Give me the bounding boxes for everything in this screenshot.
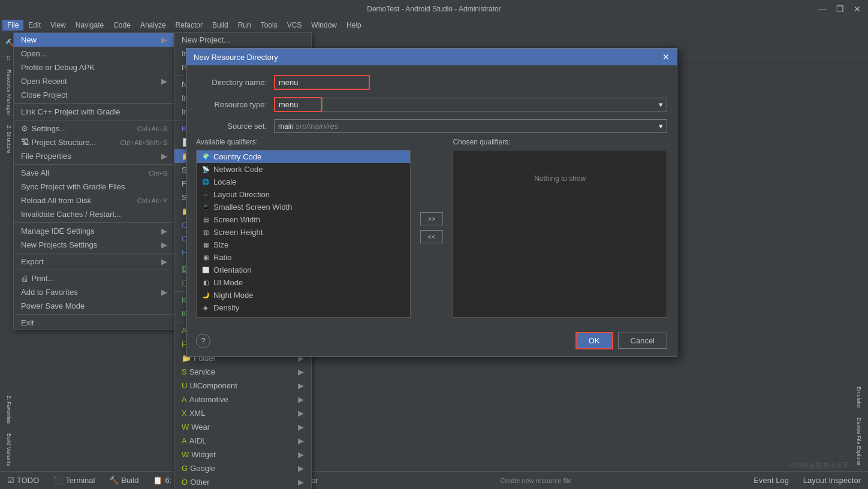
- qualifier-ui-mode[interactable]: ◧ UI Mode: [197, 276, 410, 289]
- directory-name-label: Directory name:: [196, 78, 274, 87]
- help-button[interactable]: ?: [196, 334, 210, 348]
- qualifier-size[interactable]: ▦ Size: [197, 239, 410, 251]
- cancel-button[interactable]: Cancel: [618, 333, 667, 349]
- file-menu-close-project[interactable]: Close Project: [14, 88, 174, 102]
- sidebar-item-favorites[interactable]: 2: Favorites: [6, 391, 12, 428]
- menu-item-edit[interactable]: Edit: [23, 20, 46, 31]
- file-menu-reload-disk[interactable]: Reload All from Disk Ctrl+Alt+Y: [14, 194, 174, 207]
- automotive[interactable]: A Automotive ▶: [174, 393, 311, 406]
- menu-item-analyze[interactable]: Analyze: [135, 20, 171, 31]
- file-menu-invalidate-caches[interactable]: Invalidate Caches / Restart...: [14, 207, 174, 221]
- qualifier-orientation[interactable]: ⬜ Orientation: [197, 264, 410, 276]
- xml[interactable]: X XML ▶: [174, 406, 311, 420]
- manage-ide-arrow-icon: ▶: [161, 227, 167, 236]
- file-menu-manage-ide[interactable]: Manage IDE Settings ▶: [14, 224, 174, 238]
- qualifier-screen-width[interactable]: ▤ Screen Width: [197, 213, 410, 226]
- available-qualifiers-panel: Available qualifiers: 🌍 Country Code 📡 N…: [196, 138, 411, 318]
- menu-item-code[interactable]: Code: [108, 20, 135, 31]
- other[interactable]: O Other ▶: [174, 475, 311, 489]
- bottom-tab-event-log[interactable]: Event Log: [751, 475, 791, 486]
- qualifier-night-mode[interactable]: 🌙 Night Mode: [197, 289, 410, 301]
- menu-item-help[interactable]: Help: [342, 20, 366, 31]
- file-menu-open-recent[interactable]: Open Recent ▶: [14, 74, 174, 88]
- qualifier-density[interactable]: ◈ Density: [197, 301, 410, 314]
- new-arrow-icon: ▶: [161, 35, 167, 44]
- menu-item-window[interactable]: Window: [306, 20, 342, 31]
- source-set-dropdown[interactable]: main src/main/res ▾: [274, 119, 667, 133]
- size-icon: ▦: [201, 241, 210, 249]
- export-arrow-icon: ▶: [161, 257, 167, 266]
- sidebar-item-emulator[interactable]: Emulator: [856, 382, 862, 413]
- sidebar-item-resource-manager[interactable]: Resource Manager: [6, 65, 12, 120]
- file-dropdown-menu: New ▶ Open... Profile or Debug APK Open …: [13, 32, 175, 330]
- wear[interactable]: W Wear ▶: [174, 420, 311, 434]
- menu-item-view[interactable]: View: [46, 20, 71, 31]
- menu-item-build[interactable]: Build: [207, 20, 233, 31]
- available-qualifiers-list[interactable]: 🌍 Country Code 📡 Network Code 🌐 Locale ↔…: [196, 150, 411, 318]
- bottom-tab-build[interactable]: 🔨 Build: [107, 475, 141, 486]
- title-bar-title: DemoTest - Android Studio - Administrato…: [367, 5, 501, 13]
- file-menu-save-all[interactable]: Save All Ctrl+S: [14, 166, 174, 180]
- file-menu-sync-gradle[interactable]: Sync Project with Gradle Files: [14, 180, 174, 194]
- new-projects-settings-arrow-icon: ▶: [161, 240, 167, 249]
- qualifier-smallest-screen-width[interactable]: 📱 Smallest Screen Width: [197, 201, 410, 213]
- network-code-icon: 📡: [201, 165, 210, 174]
- file-menu-export[interactable]: Export ▶: [14, 255, 174, 268]
- sidebar-item-device-file-explorer[interactable]: Device File Explorer: [856, 413, 862, 471]
- file-menu-add-favorites[interactable]: Add to Favorites ▶: [14, 285, 174, 299]
- nothing-to-show: Nothing to show: [453, 150, 667, 183]
- file-props-arrow-icon: ▶: [161, 152, 167, 161]
- title-bar-controls: — ❐ ✕: [816, 4, 863, 14]
- file-menu-new-projects-settings[interactable]: New Projects Settings ▶: [14, 238, 174, 252]
- qualifier-screen-height[interactable]: ▥ Screen Height: [197, 226, 410, 239]
- orientation-icon: ⬜: [201, 266, 210, 274]
- close-button[interactable]: ✕: [851, 4, 863, 14]
- google[interactable]: G Google ▶: [174, 461, 311, 475]
- menu-item-run[interactable]: Run: [233, 20, 256, 31]
- service[interactable]: S Service ▶: [174, 365, 311, 379]
- menu-item-refactor[interactable]: Refactor: [171, 20, 207, 31]
- minimize-button[interactable]: —: [816, 4, 829, 14]
- file-menu-profile-debug[interactable]: Profile or Debug APK: [14, 61, 174, 74]
- remove-qualifier-button[interactable]: <<: [420, 230, 444, 243]
- ui-component[interactable]: U UiComponent ▶: [174, 379, 311, 393]
- maximize-button[interactable]: ❐: [834, 4, 846, 14]
- file-menu-power-save[interactable]: Power Save Mode: [14, 299, 174, 313]
- bottom-tab-layout-inspector[interactable]: Layout Inspector: [801, 475, 863, 486]
- screen-width-icon: ▤: [201, 216, 210, 224]
- add-qualifier-button[interactable]: >>: [420, 212, 444, 225]
- directory-name-input[interactable]: [274, 75, 370, 90]
- menu-item-vcs[interactable]: VCS: [282, 20, 307, 31]
- menu-item-navigate[interactable]: Navigate: [71, 20, 108, 31]
- new-project[interactable]: New Project...: [174, 33, 311, 47]
- file-menu-new[interactable]: New ▶: [14, 33, 174, 47]
- chosen-qualifiers-list[interactable]: Nothing to show: [453, 150, 667, 318]
- wear-icon: W: [182, 422, 189, 431]
- dialog-close-button[interactable]: ✕: [662, 52, 670, 62]
- qualifier-network-code[interactable]: 📡 Network Code: [197, 163, 410, 176]
- file-menu-settings[interactable]: ⚙ Settings... Ctrl+Alt+S: [14, 122, 174, 135]
- resource-type-dropdown[interactable]: ▾: [322, 98, 667, 111]
- bottom-tab-terminal[interactable]: ⬛ Terminal: [51, 475, 97, 486]
- sidebar-item-build-variants[interactable]: Build Variants: [6, 428, 12, 471]
- bottom-tab-todo[interactable]: ☑ TODO: [5, 475, 41, 486]
- widget[interactable]: W Widget ▶: [174, 448, 311, 461]
- resource-type-input[interactable]: [274, 97, 322, 112]
- file-menu-open[interactable]: Open...: [14, 47, 174, 61]
- ratio-icon: ▣: [201, 253, 210, 262]
- file-menu-file-properties[interactable]: File Properties ▶: [14, 149, 174, 163]
- file-menu-print[interactable]: 🖨 Print...: [14, 271, 174, 285]
- qualifier-country-code[interactable]: 🌍 Country Code: [197, 150, 410, 163]
- dialog-body: Directory name: Resource type: ▾ Source …: [186, 65, 677, 327]
- ok-button[interactable]: OK: [575, 332, 613, 349]
- menu-item-file[interactable]: File: [2, 20, 23, 31]
- sidebar-item-structure[interactable]: 2: Structure: [6, 120, 12, 158]
- file-menu-project-structure[interactable]: 🏗 Project Structure... Ctrl+Alt+Shift+S: [14, 135, 174, 149]
- qualifier-layout-direction[interactable]: ↔ Layout Direction: [197, 188, 410, 201]
- aidl[interactable]: A AIDL ▶: [174, 434, 311, 448]
- qualifier-locale[interactable]: 🌐 Locale: [197, 176, 410, 188]
- file-menu-link-cpp[interactable]: Link C++ Project with Gradle: [14, 105, 174, 119]
- menu-item-tools[interactable]: Tools: [256, 20, 282, 31]
- qualifier-ratio[interactable]: ▣ Ratio: [197, 251, 410, 264]
- file-menu-exit[interactable]: Exit: [14, 316, 174, 330]
